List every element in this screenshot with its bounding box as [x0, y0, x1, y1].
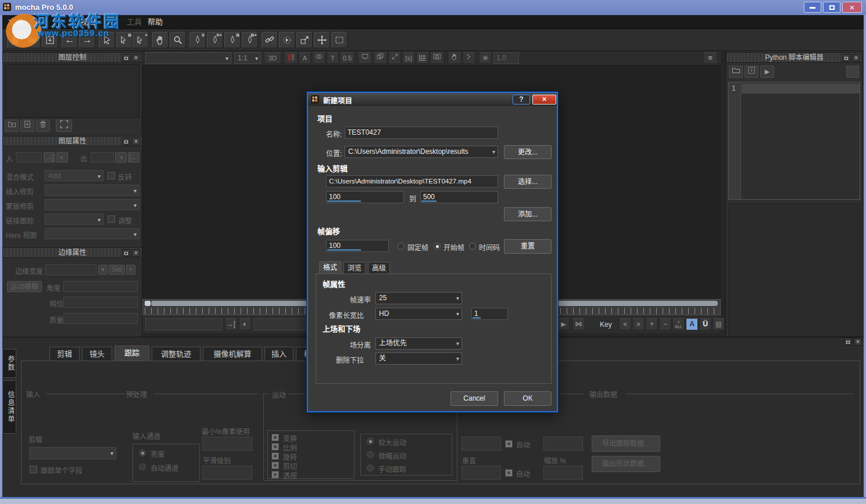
- select-tool-button[interactable]: [99, 32, 115, 48]
- project-name-input[interactable]: TEST0427: [345, 127, 498, 139]
- close-panel-icon[interactable]: ×: [852, 54, 860, 62]
- stabilize-view-button[interactable]: [s]: [402, 52, 415, 64]
- set-out-button[interactable]: ]←: [128, 152, 139, 163]
- create-bspline-tool-button[interactable]: B: [224, 32, 241, 48]
- redo-button[interactable]: →: [79, 32, 95, 48]
- angle-field[interactable]: [63, 281, 138, 292]
- uberkey-button[interactable]: Ü: [699, 318, 711, 330]
- rotate-spline-tool-button[interactable]: [279, 32, 295, 48]
- delete-layer-button[interactable]: [36, 120, 50, 132]
- add-clip-button[interactable]: 添加...: [504, 207, 552, 221]
- move-tool-button[interactable]: [314, 32, 330, 48]
- smooth-level-field[interactable]: [202, 466, 252, 480]
- track-single-field-checkbox[interactable]: [30, 466, 37, 473]
- add-point-tool-button[interactable]: +: [133, 32, 149, 48]
- frame-offset-input[interactable]: 100: [326, 240, 389, 252]
- float-panel-icon[interactable]: [842, 54, 850, 62]
- python-code-editor[interactable]: 1: [728, 82, 860, 200]
- gain-field[interactable]: 1.0: [493, 52, 519, 64]
- new-project-button[interactable]: [7, 32, 23, 48]
- stereo-view-button[interactable]: [284, 52, 298, 64]
- float-panel-icon[interactable]: [844, 338, 852, 345]
- location-select[interactable]: C:\Users\Administrator\Desktop\results▾: [345, 146, 498, 158]
- preview-zoom-button[interactable]: [430, 52, 444, 64]
- tab-track[interactable]: 跟踪: [114, 345, 149, 361]
- save-script-button[interactable]: [745, 66, 758, 78]
- dialog-help-button[interactable]: ?: [513, 95, 530, 105]
- adjust-checkbox[interactable]: [108, 215, 115, 223]
- timecode-radio[interactable]: [469, 243, 476, 250]
- float-panel-icon[interactable]: [122, 138, 130, 145]
- link-layers-tool-button[interactable]: [262, 32, 278, 48]
- out-halfcircle-button[interactable]: ◑: [115, 152, 127, 163]
- add-xspline-tool-button[interactable]: X+: [207, 32, 223, 48]
- track-view-button[interactable]: ▤: [713, 318, 725, 330]
- blend-mode-select[interactable]: Add▾: [45, 170, 103, 181]
- resize-viewer-button[interactable]: [388, 52, 401, 64]
- new-layer-button[interactable]: [20, 120, 34, 132]
- alpha-view-button[interactable]: A: [299, 52, 311, 64]
- new-layer-group-button[interactable]: [5, 120, 19, 132]
- quality-field[interactable]: [63, 313, 138, 324]
- matte-clip-select[interactable]: ▾: [45, 199, 139, 210]
- export-track-data-button[interactable]: 导出跟踪数据...: [592, 435, 660, 452]
- autokey-button[interactable]: A: [686, 318, 698, 330]
- monitor-preview-button[interactable]: [358, 52, 372, 64]
- invert-checkbox[interactable]: [108, 172, 115, 179]
- set-in-button[interactable]: →[: [44, 152, 55, 163]
- pan-tool-button[interactable]: [152, 32, 169, 48]
- float-panel-icon[interactable]: [122, 54, 130, 62]
- float-panel-icon[interactable]: [122, 249, 130, 257]
- menu-view[interactable]: 视图: [77, 15, 99, 29]
- in-halfcircle-button[interactable]: ◐: [56, 152, 68, 163]
- close-panel-icon[interactable]: ×: [854, 338, 862, 345]
- link-track-select[interactable]: ▾: [45, 214, 103, 225]
- horizontal-field[interactable]: [461, 437, 501, 451]
- brightness-button[interactable]: ✳: [479, 52, 492, 64]
- frame-rate-select[interactable]: 25▾: [375, 292, 462, 304]
- loop-button[interactable]: ⋈: [572, 318, 585, 330]
- field-separation-select[interactable]: 上场优先▾: [375, 337, 462, 350]
- phase-field[interactable]: [63, 297, 138, 308]
- close-panel-icon[interactable]: ×: [132, 54, 140, 62]
- perspective-checkbox[interactable]: ×: [271, 471, 279, 478]
- delete-all-keyframes-button[interactable]: ×ALL: [672, 318, 685, 330]
- min-pixels-field[interactable]: [202, 437, 252, 451]
- tab-browse[interactable]: 浏览: [343, 262, 366, 274]
- side-tab-manifest[interactable]: 信息清单: [2, 380, 16, 434]
- colorize-button[interactable]: [312, 52, 325, 64]
- menu-help[interactable]: 帮助: [144, 15, 166, 29]
- out-point-field[interactable]: [91, 152, 114, 163]
- in-point-field[interactable]: [16, 152, 42, 163]
- current-frame-field[interactable]: [145, 318, 222, 330]
- tab-format[interactable]: 格式: [319, 261, 341, 274]
- layer-list[interactable]: [5, 64, 139, 118]
- half-res-button[interactable]: 0.5: [340, 52, 355, 64]
- dialog-close-button[interactable]: ×: [532, 95, 556, 105]
- select-bspline-tool-button[interactable]: B: [116, 32, 133, 48]
- manual-track-radio[interactable]: [367, 465, 374, 471]
- zoom-level-select[interactable]: 1:1▾: [234, 52, 261, 64]
- trace-points-button[interactable]: [463, 52, 475, 64]
- script-swatch[interactable]: [846, 66, 859, 78]
- angle-out-field[interactable]: [543, 437, 583, 451]
- edge-width-add-button[interactable]: +: [126, 265, 135, 275]
- tab-advanced[interactable]: 高级: [368, 262, 390, 274]
- range-start-input[interactable]: 100: [326, 191, 404, 203]
- pixel-aspect-value-input[interactable]: 1: [471, 308, 508, 320]
- view-clip-select[interactable]: ▾: [145, 52, 231, 64]
- shear-checkbox[interactable]: ×: [271, 462, 279, 469]
- edge-width-set-button[interactable]: Set: [109, 265, 125, 275]
- edge-width-pick-button[interactable]: ▾: [98, 265, 108, 275]
- motion-blur-button[interactable]: 运动模糊: [7, 281, 42, 292]
- grid-overlay-button[interactable]: [416, 52, 429, 64]
- clip-select[interactable]: ▾: [29, 447, 116, 459]
- goto-in-button[interactable]: →[: [225, 318, 237, 330]
- add-keyframe-button[interactable]: +: [646, 318, 658, 330]
- transform-tool-button[interactable]: [296, 32, 313, 48]
- title-safe-button[interactable]: T: [327, 52, 339, 64]
- 3d-view-button[interactable]: 3D: [264, 52, 281, 64]
- in-half-button[interactable]: ◐: [239, 318, 251, 330]
- edge-width-field[interactable]: [45, 264, 96, 275]
- save-project-button[interactable]: [42, 32, 58, 48]
